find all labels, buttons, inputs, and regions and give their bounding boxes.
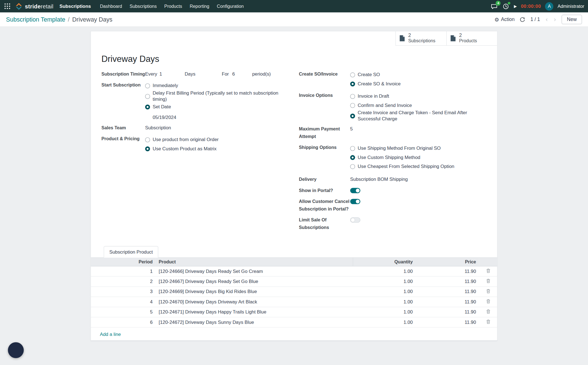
delete-row-button[interactable] — [479, 307, 497, 317]
radio-option-custom-shipping[interactable]: Use Custom Shipping Method — [350, 153, 487, 162]
radio-option-set-date[interactable]: Set Date — [145, 102, 290, 111]
cell-price[interactable]: 11.90 — [416, 307, 479, 317]
cell-product[interactable]: [120-24672] Driveway Days Sunny Days Blu… — [156, 317, 353, 327]
cell-product[interactable]: [120-24667] Driveway Days Ready Set Go B… — [156, 276, 353, 286]
for-value-input[interactable]: 6 — [232, 70, 235, 78]
radio-selected-icon[interactable] — [145, 104, 150, 109]
timing-unit-select[interactable]: Days — [185, 70, 195, 78]
chat-launcher-button[interactable] — [8, 342, 24, 358]
delete-row-button[interactable] — [479, 276, 497, 286]
cell-period[interactable]: 4 — [91, 297, 156, 307]
cell-period[interactable]: 5 — [91, 307, 156, 317]
user-name[interactable]: Administrator — [558, 4, 584, 9]
new-record-button[interactable]: New — [562, 15, 582, 24]
cell-price[interactable]: 11.90 — [416, 266, 479, 276]
tab-subscription-product[interactable]: Subscription Product — [104, 246, 159, 258]
start-date-input[interactable]: 05/19/2024 — [153, 114, 290, 121]
radio-option-use-original-product[interactable]: Use product from original Order — [145, 135, 290, 144]
max-payment-attempt-input[interactable]: 5 — [350, 125, 487, 133]
menu-item-subscriptions[interactable]: Subscriptions — [126, 1, 160, 11]
cell-quantity[interactable]: 1.00 — [353, 287, 415, 297]
radio-selected-icon[interactable] — [145, 146, 150, 151]
menu-item-reporting[interactable]: Reporting — [186, 1, 213, 11]
cell-period[interactable]: 2 — [91, 276, 156, 286]
cell-product[interactable]: [120-24671] Driveway Days Happy Trails L… — [156, 307, 353, 317]
radio-icon[interactable] — [145, 94, 150, 99]
cell-quantity[interactable]: 1.00 — [353, 266, 415, 276]
stat-button-subscriptions[interactable]: 2 Subscriptions — [395, 31, 446, 46]
cell-period[interactable]: 1 — [91, 266, 156, 276]
radio-icon[interactable] — [145, 83, 150, 88]
radio-selected-icon[interactable] — [350, 155, 355, 160]
pager-previous-icon[interactable]: ‹ — [545, 16, 548, 23]
timer-play-icon[interactable]: ▶ — [514, 4, 517, 8]
radio-selected-icon[interactable] — [350, 81, 355, 86]
record-title[interactable]: Driveway Days — [101, 54, 497, 64]
table-row[interactable]: 2 [120-24667] Driveway Days Ready Set Go… — [91, 276, 497, 286]
radio-icon[interactable] — [145, 137, 150, 142]
cell-price[interactable]: 11.90 — [416, 287, 479, 297]
add-a-line-link[interactable]: Add a line — [100, 332, 121, 337]
radio-option-create-so-invoice[interactable]: Create SO & Invoice — [350, 79, 487, 88]
cell-product[interactable]: [120-24666] Driveway Days Ready Set Go C… — [156, 266, 353, 276]
radio-icon[interactable] — [350, 164, 355, 169]
radio-selected-icon[interactable] — [350, 113, 355, 118]
cell-period[interactable]: 3 — [91, 287, 156, 297]
pager-next-icon[interactable]: › — [553, 16, 556, 23]
activities-icon[interactable] — [502, 3, 510, 10]
limit-sale-toggle[interactable] — [350, 217, 360, 223]
delivery-value[interactable]: Subscription BOM Shipping — [350, 176, 487, 183]
sales-team-value[interactable]: Subscription — [145, 124, 290, 132]
radio-option-cheapest-shipping[interactable]: Use Cheapest From Selected Shipping Opti… — [350, 162, 487, 171]
radio-icon[interactable] — [350, 72, 355, 77]
radio-option-invoice-draft[interactable]: Invoice in Draft — [350, 92, 487, 101]
column-header-price[interactable]: Price — [416, 258, 479, 266]
table-row[interactable]: 3 [120-24669] Driveway Days Big Kid Ride… — [91, 287, 497, 297]
delete-row-button[interactable] — [479, 297, 497, 307]
show-in-portal-toggle[interactable] — [350, 188, 360, 193]
current-app-name[interactable]: Subscriptions — [60, 4, 91, 9]
cell-quantity[interactable]: 1.00 — [353, 317, 415, 327]
radio-icon[interactable] — [350, 94, 355, 99]
table-row[interactable]: 1 [120-24666] Driveway Days Ready Set Go… — [91, 266, 497, 276]
column-header-quantity[interactable]: Quantity — [353, 258, 415, 266]
breadcrumb-parent-link[interactable]: Subscription Template — [6, 16, 65, 23]
cell-product[interactable]: [120-24669] Driveway Days Big Kid Rides … — [156, 287, 353, 297]
action-menu-button[interactable]: ⚙ Action — [494, 17, 514, 23]
table-row[interactable]: 6 [120-24672] Driveway Days Sunny Days B… — [91, 317, 497, 327]
cell-price[interactable]: 11.90 — [416, 276, 479, 286]
menu-item-configuration[interactable]: Configuration — [213, 1, 247, 11]
cell-quantity[interactable]: 1.00 — [353, 276, 415, 286]
cell-price[interactable]: 11.90 — [416, 297, 479, 307]
delete-row-button[interactable] — [479, 317, 497, 327]
every-value-input[interactable]: 1 — [159, 70, 162, 78]
radio-icon[interactable] — [350, 146, 355, 151]
cell-price[interactable]: 11.90 — [416, 317, 479, 327]
allow-cancel-toggle[interactable] — [350, 199, 360, 204]
user-avatar[interactable]: A — [545, 2, 554, 10]
column-header-product[interactable]: Product — [156, 258, 353, 266]
menu-item-dashboard[interactable]: Dashboard — [96, 1, 126, 11]
cell-product[interactable]: [120-24670] Driveway Days Driveway Art B… — [156, 297, 353, 307]
menu-item-products[interactable]: Products — [160, 1, 186, 11]
table-row[interactable]: 5 [120-24671] Driveway Days Happy Trails… — [91, 307, 497, 317]
radio-icon[interactable] — [350, 103, 355, 108]
cell-quantity[interactable]: 1.00 — [353, 307, 415, 317]
radio-option-shipping-original-so[interactable]: Use Shipping Method From Original SO — [350, 144, 487, 153]
radio-option-invoice-charge-token[interactable]: Create Invoice and Charge Token - Send E… — [350, 110, 487, 122]
messages-icon[interactable]: 4 — [490, 3, 498, 10]
radio-option-delay-first-billing[interactable]: Delay First Billing Period (Typically se… — [145, 90, 290, 102]
column-header-period[interactable]: Period — [91, 258, 156, 266]
radio-option-immediately[interactable]: Immediately — [145, 81, 290, 90]
delete-row-button[interactable] — [479, 266, 497, 276]
table-row[interactable]: 4 [120-24670] Driveway Days Driveway Art… — [91, 297, 497, 307]
radio-option-custom-product-matrix[interactable]: Use Custom Product as Matrix — [145, 144, 290, 153]
cell-period[interactable]: 6 — [91, 317, 156, 327]
apps-menu-icon[interactable] — [2, 1, 12, 11]
radio-option-confirm-send-invoice[interactable]: Confirm and Send Invoice — [350, 101, 487, 110]
radio-option-create-so[interactable]: Create SO — [350, 70, 487, 79]
stat-button-products[interactable]: 2 Products — [446, 31, 497, 46]
delete-row-button[interactable] — [479, 287, 497, 297]
brand-logo[interactable]: strideretail — [15, 3, 53, 10]
cell-quantity[interactable]: 1.00 — [353, 297, 415, 307]
